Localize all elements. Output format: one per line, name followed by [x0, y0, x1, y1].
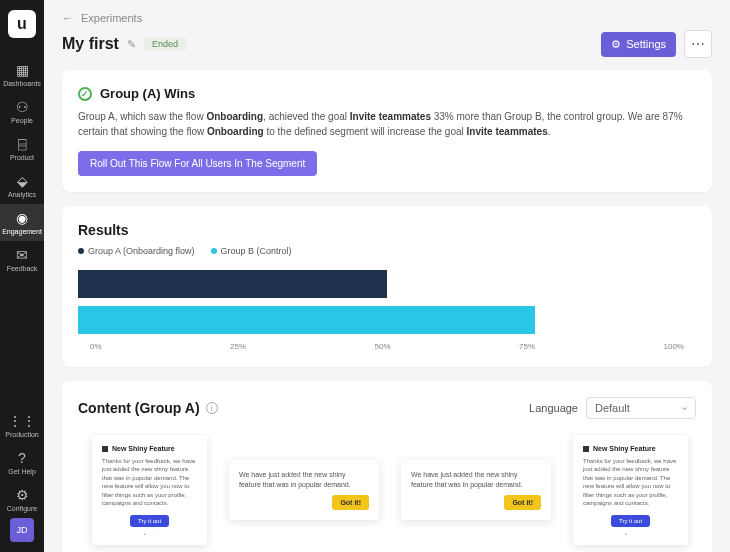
main-content: ← Experiments My first ✎ Ended ⚙ Setting…	[44, 0, 730, 552]
content-card: Content (Group A) i Language Default New…	[62, 381, 712, 552]
preview-modal[interactable]: New Shiny FeatureThanks for your feedbac…	[92, 435, 207, 545]
preview-carousel[interactable]: New Shiny FeatureThanks for your feedbac…	[78, 433, 696, 552]
legend: Group A (Onboarding flow) Group B (Contr…	[78, 246, 696, 256]
winner-summary: Group A, which saw the flow Onboarding, …	[78, 109, 696, 139]
sidebar-item-feedback[interactable]: ✉Feedback	[0, 241, 44, 278]
winner-card: ✓ Group (A) Wins Group A, which saw the …	[62, 70, 712, 192]
user-avatar[interactable]: JD	[10, 518, 34, 542]
edit-title-icon[interactable]: ✎	[127, 38, 136, 51]
preview-tooltip[interactable]: We have just added the new shiny feature…	[401, 460, 551, 521]
sidebar-item-people[interactable]: ⚇People	[0, 93, 44, 130]
preview-tooltip[interactable]: We have just added the new shiny feature…	[229, 460, 379, 521]
sidebar-item-label: Dashboards	[3, 80, 41, 87]
gear-icon: ⚙	[611, 38, 621, 51]
settings-button[interactable]: ⚙ Settings	[601, 32, 676, 57]
topbar: ← Experiments My first ✎ Ended ⚙ Setting…	[44, 0, 730, 58]
page-title: My first	[62, 35, 119, 53]
analytics-icon: ⬙	[17, 173, 28, 189]
legend-label-a: Group A (Onboarding flow)	[88, 246, 195, 256]
winner-title: Group (A) Wins	[100, 86, 195, 101]
production-icon: ⋮⋮	[8, 413, 36, 429]
more-button[interactable]: ⋯	[684, 30, 712, 58]
check-icon: ✓	[78, 87, 92, 101]
sidebar-item-dashboards[interactable]: ▦Dashboards	[0, 56, 44, 93]
sidebar: u ▦Dashboards ⚇People ⌸Product ⬙Analytic…	[0, 0, 44, 552]
info-icon[interactable]: i	[206, 402, 218, 414]
settings-label: Settings	[626, 38, 666, 50]
sidebar-item-label: Configure	[7, 505, 37, 512]
status-badge: Ended	[144, 37, 186, 51]
preview-modal[interactable]: New Shiny FeatureThanks for your feedbac…	[573, 435, 688, 545]
legend-label-b: Group B (Control)	[221, 246, 292, 256]
sidebar-item-configure[interactable]: ⚙Configure	[0, 481, 44, 518]
sidebar-item-label: Product	[10, 154, 34, 161]
breadcrumb-parent[interactable]: Experiments	[81, 12, 142, 24]
sidebar-item-label: Production	[5, 431, 38, 438]
sidebar-item-label: Engagement	[2, 228, 42, 235]
gear-icon: ⚙	[16, 487, 29, 503]
rollout-button[interactable]: Roll Out This Flow For All Users In The …	[78, 151, 317, 176]
legend-dot-a	[78, 248, 84, 254]
x-axis: 0% 25% 50% 75% 100%	[78, 342, 696, 351]
sidebar-item-product[interactable]: ⌸Product	[0, 130, 44, 167]
sidebar-item-label: Analytics	[8, 191, 36, 198]
language-select[interactable]: Default	[586, 397, 696, 419]
sidebar-item-analytics[interactable]: ⬙Analytics	[0, 167, 44, 204]
people-icon: ⚇	[16, 99, 29, 115]
app-logo[interactable]: u	[8, 10, 36, 38]
sidebar-item-gethelp[interactable]: ?Get Help	[0, 444, 44, 481]
language-label: Language	[529, 402, 578, 414]
bar-group-a	[78, 270, 387, 298]
results-title: Results	[78, 222, 696, 238]
dashboards-icon: ▦	[16, 62, 29, 78]
sidebar-item-label: People	[11, 117, 33, 124]
sidebar-item-engagement[interactable]: ◉Engagement	[0, 204, 44, 241]
sidebar-item-production[interactable]: ⋮⋮Production	[0, 407, 44, 444]
sidebar-item-label: Get Help	[8, 468, 36, 475]
sidebar-item-label: Feedback	[7, 265, 38, 272]
legend-dot-b	[211, 248, 217, 254]
breadcrumb: ← Experiments	[62, 12, 712, 24]
bar-group-b	[78, 306, 535, 334]
help-icon: ?	[18, 450, 26, 466]
results-card: Results Group A (Onboarding flow) Group …	[62, 206, 712, 367]
product-icon: ⌸	[18, 136, 26, 152]
content-title: Content (Group A)	[78, 400, 200, 416]
engagement-icon: ◉	[16, 210, 28, 226]
feedback-icon: ✉	[16, 247, 28, 263]
back-icon[interactable]: ←	[62, 12, 73, 24]
results-chart: 0% 25% 50% 75% 100%	[78, 266, 696, 351]
